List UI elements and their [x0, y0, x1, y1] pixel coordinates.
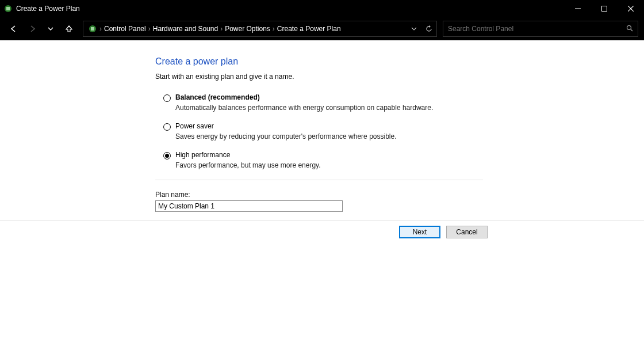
- divider: [155, 180, 483, 180]
- radio-highperf[interactable]: [163, 152, 171, 159]
- radio-powersaver[interactable]: [163, 123, 171, 131]
- svg-rect-1: [6, 7, 10, 10]
- plan-option-highperf[interactable]: High performanceFavors performance, but …: [163, 151, 644, 169]
- plan-name-input[interactable]: [155, 200, 343, 212]
- plan-name-label: Plan name:: [155, 191, 644, 199]
- recent-dropdown[interactable]: [43, 21, 59, 37]
- svg-point-8: [627, 26, 631, 30]
- address-dropdown[interactable]: [407, 21, 421, 36]
- up-button[interactable]: [61, 21, 77, 37]
- plan-option-balanced[interactable]: Balanced (recommended)Automatically bala…: [163, 93, 644, 112]
- svg-rect-3: [602, 6, 607, 12]
- plan-desc: Favors performance, but may use more ene…: [175, 161, 321, 169]
- app-icon: [3, 4, 13, 13]
- plan-title: Power saver: [175, 122, 397, 130]
- plan-desc: Automatically balances performance with …: [175, 104, 433, 112]
- back-button[interactable]: [6, 21, 22, 37]
- address-icon: [86, 24, 99, 33]
- search-box[interactable]: [443, 21, 638, 37]
- titlebar: Create a Power Plan: [0, 0, 644, 17]
- window-title: Create a Power Plan: [16, 5, 80, 13]
- plan-option-powersaver[interactable]: Power saverSaves energy by reducing your…: [163, 122, 644, 140]
- next-button[interactable]: Next: [399, 226, 440, 238]
- minimize-button[interactable]: [565, 0, 591, 17]
- cancel-button[interactable]: Cancel: [446, 226, 488, 238]
- refresh-button[interactable]: [421, 21, 436, 36]
- address-bar[interactable]: › Control Panel › Hardware and Sound › P…: [83, 21, 437, 37]
- close-button[interactable]: [618, 0, 644, 17]
- radio-balanced[interactable]: [163, 94, 171, 102]
- svg-line-9: [631, 29, 632, 31]
- page-subheading: Start with an existing plan and give it …: [155, 73, 644, 81]
- footer-bar: Next Cancel: [0, 220, 644, 238]
- svg-rect-7: [91, 27, 94, 31]
- navbar: › Control Panel › Hardware and Sound › P…: [0, 17, 644, 40]
- search-input[interactable]: [448, 25, 626, 33]
- plan-title: High performance: [175, 151, 321, 159]
- forward-button[interactable]: [24, 21, 40, 37]
- plan-desc: Saves energy by reducing your computer's…: [175, 132, 397, 140]
- breadcrumb-seg-3[interactable]: Create a Power Plan: [275, 25, 343, 33]
- plan-title: Balanced (recommended): [175, 93, 433, 101]
- page-title: Create a power plan: [155, 56, 644, 67]
- search-icon: [626, 24, 633, 34]
- maximize-button[interactable]: [591, 0, 618, 17]
- content-area: Create a power plan Start with an existi…: [0, 40, 644, 212]
- breadcrumb-seg-2[interactable]: Power Options: [223, 25, 273, 33]
- breadcrumb-seg-1[interactable]: Hardware and Sound: [151, 25, 220, 33]
- breadcrumb-seg-0[interactable]: Control Panel: [102, 25, 148, 33]
